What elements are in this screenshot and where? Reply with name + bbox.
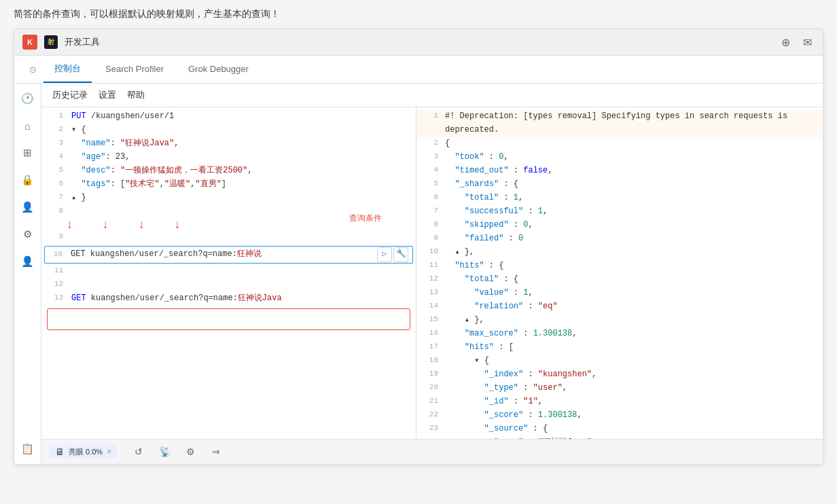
sidebar-icon-grid[interactable]: ⊞ bbox=[18, 143, 37, 162]
content-area: 🕐 ⌂ ⊞ 🔒 👤 ⚙ 👤 📋 历史记录 设置 帮助 bbox=[14, 84, 823, 464]
query-line-text: GET kuangshen/user/_search?q=name:狂神说 bbox=[71, 248, 374, 261]
rc-line-20: 20 "_type" : "user", bbox=[416, 382, 823, 395]
rc-line-7: 7 "successful" : 1, bbox=[416, 205, 823, 219]
sidebar-icon-lock[interactable]: 🔒 bbox=[18, 170, 37, 190]
rc-line-1b: deprecated. bbox=[416, 124, 823, 137]
code-line-7: 7 ▴ } bbox=[41, 192, 416, 205]
secondary-toolbar: 历史记录 设置 帮助 bbox=[41, 84, 823, 107]
left-code-area[interactable]: 1 PUT /kuangshen/user/1 2 ▾ { 3 "name": … bbox=[41, 107, 416, 439]
rc-line-17: 17 "hits" : [ bbox=[416, 341, 823, 355]
history-button[interactable]: 历史记录 bbox=[52, 88, 88, 103]
annotation-label: 查询条件 bbox=[349, 213, 382, 226]
browser-favicon: 射 bbox=[44, 35, 58, 49]
status-icon-settings[interactable]: ⚙ bbox=[181, 442, 200, 461]
browser-icon-mail[interactable]: ✉ bbox=[800, 35, 815, 50]
rc-line-12: 12 "total" : { bbox=[416, 273, 823, 287]
status-icon-network[interactable]: 📡 bbox=[155, 442, 174, 461]
rc-line-14: 14 "relation" : "eq" bbox=[416, 300, 823, 314]
rc-line-18: 18 ▾ { bbox=[416, 355, 823, 368]
bottom-status-bar: 🖥 亮眼 0.0% × ↺ 📡 ⚙ ⇒ bbox=[41, 439, 823, 464]
rc-line-21: 21 "_id" : "1", bbox=[416, 395, 823, 409]
browser-icons: ⊕ ✉ bbox=[778, 35, 815, 50]
main-section: 历史记录 设置 帮助 1 PUT /kuangshen/user/1 bbox=[41, 84, 823, 464]
tab-back-button[interactable]: ⊙ bbox=[25, 58, 41, 82]
status-icon-refresh[interactable]: ↺ bbox=[129, 442, 148, 461]
rc-line-1: 1 #! Deprecation: [types removal] Specif… bbox=[416, 110, 823, 124]
code-line-4: 4 "age": 23, bbox=[41, 151, 416, 164]
code-line-12: 12 bbox=[41, 278, 416, 292]
wrench-button[interactable]: 🔧 bbox=[393, 247, 408, 262]
rc-line-5: 5 "_shards" : { bbox=[416, 178, 823, 192]
status-tab[interactable]: 🖥 亮眼 0.0% × bbox=[50, 445, 117, 458]
query-input[interactable] bbox=[47, 308, 410, 330]
rc-line-16: 16 "max_score" : 1.300138, bbox=[416, 327, 823, 341]
tab-grok-debugger[interactable]: Grok Debugger bbox=[177, 57, 260, 82]
browser-title: 开发工具 bbox=[65, 36, 771, 48]
rc-line-8: 8 "skipped" : 0, bbox=[416, 219, 823, 232]
rc-line-11: 11 "hits" : { bbox=[416, 259, 823, 273]
selected-query-line: 10 GET kuangshen/user/_search?q=name:狂神说… bbox=[44, 246, 413, 264]
sidebar-icon-list[interactable]: 📋 bbox=[18, 439, 37, 458]
editor-section: 1 PUT /kuangshen/user/1 2 ▾ { 3 "name": … bbox=[41, 107, 823, 439]
rc-line-4: 4 "timed_out" : false, bbox=[416, 164, 823, 178]
browser-icon-refresh[interactable]: ⊕ bbox=[778, 35, 793, 50]
arrow-3: ↓ bbox=[138, 219, 145, 231]
settings-button[interactable]: 设置 bbox=[99, 88, 116, 103]
code-line-3: 3 "name": "狂神说Java", bbox=[41, 137, 416, 151]
right-editor: 1 #! Deprecation: [types removal] Specif… bbox=[416, 107, 823, 439]
sidebar-icon-clock[interactable]: 🕐 bbox=[18, 89, 37, 108]
sidebar-icon-user[interactable]: 👤 bbox=[18, 198, 37, 217]
tab-console[interactable]: 控制台 bbox=[43, 56, 92, 83]
sidebar-icon-home[interactable]: ⌂ bbox=[18, 116, 37, 135]
code-line-1: 1 PUT /kuangshen/user/1 bbox=[41, 110, 416, 124]
rc-line-2: 2 { bbox=[416, 137, 823, 151]
rc-line-19: 19 "_index" : "kuangshen", bbox=[416, 368, 823, 382]
arrow-1: ↓ bbox=[66, 219, 73, 231]
rc-line-22: 22 "_score" : 1.300138, bbox=[416, 409, 823, 422]
tab-search-profiler[interactable]: Search Profiler bbox=[94, 57, 175, 82]
rc-line-9: 9 "failed" : 0 bbox=[416, 232, 823, 246]
arrow-4: ↓ bbox=[173, 219, 181, 231]
code-line-5: 5 "desc": "一顿操作猛如虎，一看工资2500", bbox=[41, 164, 416, 178]
tab-bar: ⊙ 控制台 Search Profiler Grok Debugger bbox=[14, 56, 823, 84]
rc-line-15: 15 ▴ }, bbox=[416, 314, 823, 327]
code-line-13: 13 GET kuangshen/user/_search?q=name:狂神说… bbox=[41, 292, 416, 306]
rc-line-13: 13 "value" : 1, bbox=[416, 287, 823, 300]
status-tab-close[interactable]: × bbox=[107, 447, 111, 456]
code-line-9: 9 bbox=[41, 231, 416, 245]
code-line-6: 6 "tags": ["技术宅","温暖","直男"] bbox=[41, 178, 416, 192]
rc-line-6: 6 "total" : 1, bbox=[416, 192, 823, 205]
rc-line-3: 3 "took" : 0, bbox=[416, 151, 823, 164]
browser-window: K 射 开发工具 ⊕ ✉ ⊙ 控制台 Search Profiler Grok … bbox=[14, 29, 823, 465]
status-tab-label: 亮眼 0.0% bbox=[69, 447, 103, 457]
play-button[interactable]: ▷ bbox=[377, 247, 392, 262]
top-description: 简答的条件查询，可以根据默认的映射规则，产生基本的查询！ bbox=[0, 0, 837, 29]
status-icon-arrow[interactable]: ⇒ bbox=[207, 442, 226, 461]
code-line-2: 2 ▾ { bbox=[41, 124, 416, 137]
arrow-2: ↓ bbox=[102, 219, 109, 231]
left-sidebar: 🕐 ⌂ ⊞ 🔒 👤 ⚙ 👤 📋 bbox=[14, 84, 41, 464]
browser-logo: K bbox=[22, 35, 37, 50]
sidebar-icon-person[interactable]: 👤 bbox=[18, 252, 37, 271]
rc-line-23: 23 "_source" : { bbox=[416, 422, 823, 436]
code-line-11: 11 bbox=[41, 265, 416, 278]
browser-toolbar: K 射 开发工具 ⊕ ✉ bbox=[14, 29, 823, 56]
status-tab-icon: 🖥 bbox=[55, 446, 65, 457]
right-code-area: 1 #! Deprecation: [types removal] Specif… bbox=[416, 107, 823, 439]
left-editor: 1 PUT /kuangshen/user/1 2 ▾ { 3 "name": … bbox=[41, 107, 416, 439]
sidebar-icon-settings[interactable]: ⚙ bbox=[18, 225, 37, 244]
rc-line-10: 10 ▴ }, bbox=[416, 246, 823, 259]
help-button[interactable]: 帮助 bbox=[127, 88, 145, 103]
